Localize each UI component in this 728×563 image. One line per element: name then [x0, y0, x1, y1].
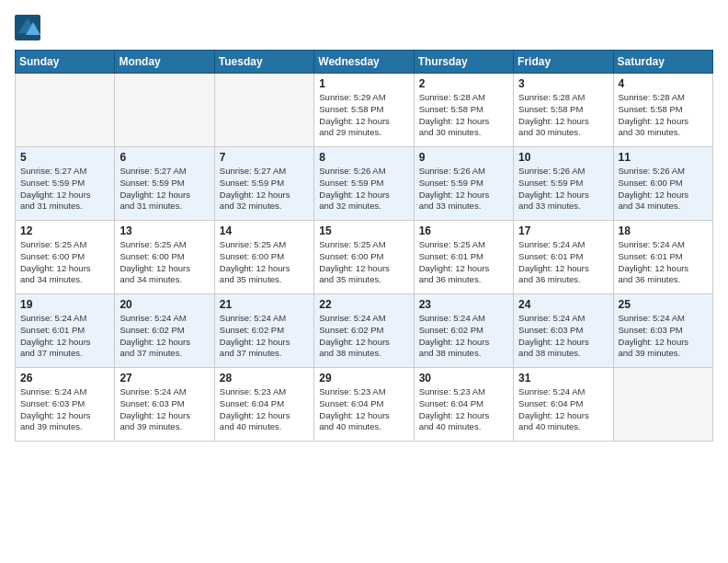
day-number: 30 [419, 372, 508, 385]
day-info: Sunrise: 5:26 AM Sunset: 5:59 PM Dayligh… [319, 166, 408, 213]
day-number: 8 [319, 151, 408, 164]
day-info: Sunrise: 5:24 AM Sunset: 6:02 PM Dayligh… [319, 313, 408, 360]
day-info: Sunrise: 5:26 AM Sunset: 5:59 PM Dayligh… [518, 166, 608, 213]
calendar-cell: 25Sunrise: 5:24 AM Sunset: 6:03 PM Dayli… [613, 294, 712, 368]
day-number: 12 [20, 224, 109, 237]
logo [15, 15, 44, 40]
day-number: 31 [518, 372, 608, 385]
day-info: Sunrise: 5:27 AM Sunset: 5:59 PM Dayligh… [220, 166, 309, 213]
day-info: Sunrise: 5:24 AM Sunset: 6:02 PM Dayligh… [419, 313, 508, 360]
day-number: 18 [619, 224, 708, 237]
day-info: Sunrise: 5:24 AM Sunset: 6:03 PM Dayligh… [119, 386, 209, 433]
day-info: Sunrise: 5:25 AM Sunset: 6:00 PM Dayligh… [220, 239, 309, 286]
day-info: Sunrise: 5:25 AM Sunset: 6:00 PM Dayligh… [319, 239, 408, 286]
day-number: 27 [119, 372, 209, 385]
day-info: Sunrise: 5:28 AM Sunset: 5:58 PM Dayligh… [518, 92, 608, 139]
day-info: Sunrise: 5:28 AM Sunset: 5:58 PM Dayligh… [419, 92, 508, 139]
calendar-cell: 15Sunrise: 5:25 AM Sunset: 6:00 PM Dayli… [314, 221, 414, 294]
calendar-cell: 30Sunrise: 5:23 AM Sunset: 6:04 PM Dayli… [414, 368, 513, 442]
week-row-4: 19Sunrise: 5:24 AM Sunset: 6:01 PM Dayli… [16, 294, 713, 368]
calendar-cell [613, 368, 712, 442]
weekday-header-thursday: Thursday [414, 51, 513, 74]
calendar-cell: 3Sunrise: 5:28 AM Sunset: 5:58 PM Daylig… [514, 74, 613, 147]
day-info: Sunrise: 5:27 AM Sunset: 5:59 PM Dayligh… [20, 166, 109, 213]
calendar-cell: 8Sunrise: 5:26 AM Sunset: 5:59 PM Daylig… [314, 147, 414, 221]
page-header [15, 15, 713, 40]
calendar-cell: 22Sunrise: 5:24 AM Sunset: 6:02 PM Dayli… [314, 294, 414, 368]
weekday-header-tuesday: Tuesday [214, 51, 313, 74]
day-info: Sunrise: 5:23 AM Sunset: 6:04 PM Dayligh… [220, 386, 309, 433]
day-number: 22 [319, 298, 408, 311]
day-number: 17 [518, 224, 608, 237]
calendar-cell [16, 74, 115, 147]
day-number: 25 [619, 298, 708, 311]
calendar-cell: 5Sunrise: 5:27 AM Sunset: 5:59 PM Daylig… [16, 147, 115, 221]
day-number: 29 [319, 372, 408, 385]
weekday-header-wednesday: Wednesday [314, 51, 414, 74]
weekday-header-monday: Monday [115, 51, 214, 74]
day-number: 28 [220, 372, 309, 385]
day-number: 21 [220, 298, 309, 311]
day-number: 13 [119, 224, 209, 237]
calendar-cell: 20Sunrise: 5:24 AM Sunset: 6:02 PM Dayli… [115, 294, 214, 368]
weekday-header-saturday: Saturday [613, 51, 712, 74]
day-number: 7 [220, 151, 309, 164]
calendar-cell: 1Sunrise: 5:29 AM Sunset: 5:58 PM Daylig… [314, 74, 414, 147]
calendar-cell: 4Sunrise: 5:28 AM Sunset: 5:58 PM Daylig… [613, 74, 712, 147]
week-row-2: 5Sunrise: 5:27 AM Sunset: 5:59 PM Daylig… [16, 147, 713, 221]
calendar-cell: 31Sunrise: 5:24 AM Sunset: 6:04 PM Dayli… [514, 368, 613, 442]
calendar-cell: 27Sunrise: 5:24 AM Sunset: 6:03 PM Dayli… [115, 368, 214, 442]
day-info: Sunrise: 5:24 AM Sunset: 6:01 PM Dayligh… [518, 239, 608, 286]
day-info: Sunrise: 5:24 AM Sunset: 6:03 PM Dayligh… [619, 313, 708, 360]
calendar-cell: 11Sunrise: 5:26 AM Sunset: 6:00 PM Dayli… [613, 147, 712, 221]
calendar-cell: 19Sunrise: 5:24 AM Sunset: 6:01 PM Dayli… [16, 294, 115, 368]
week-row-5: 26Sunrise: 5:24 AM Sunset: 6:03 PM Dayli… [16, 368, 713, 442]
calendar-cell: 29Sunrise: 5:23 AM Sunset: 6:04 PM Dayli… [314, 368, 414, 442]
day-info: Sunrise: 5:25 AM Sunset: 6:00 PM Dayligh… [20, 239, 109, 286]
calendar-cell: 28Sunrise: 5:23 AM Sunset: 6:04 PM Dayli… [214, 368, 313, 442]
day-info: Sunrise: 5:26 AM Sunset: 6:00 PM Dayligh… [619, 166, 708, 213]
day-info: Sunrise: 5:23 AM Sunset: 6:04 PM Dayligh… [319, 386, 408, 433]
calendar-cell: 26Sunrise: 5:24 AM Sunset: 6:03 PM Dayli… [16, 368, 115, 442]
calendar-cell [115, 74, 214, 147]
day-number: 11 [619, 151, 708, 164]
day-number: 5 [20, 151, 109, 164]
day-info: Sunrise: 5:24 AM Sunset: 6:04 PM Dayligh… [518, 386, 608, 433]
day-info: Sunrise: 5:28 AM Sunset: 5:58 PM Dayligh… [619, 92, 708, 139]
calendar-cell: 6Sunrise: 5:27 AM Sunset: 5:59 PM Daylig… [115, 147, 214, 221]
day-number: 19 [20, 298, 109, 311]
day-number: 6 [119, 151, 209, 164]
calendar-cell: 24Sunrise: 5:24 AM Sunset: 6:03 PM Dayli… [514, 294, 613, 368]
day-info: Sunrise: 5:24 AM Sunset: 6:03 PM Dayligh… [518, 313, 608, 360]
day-number: 9 [419, 151, 508, 164]
calendar-cell: 12Sunrise: 5:25 AM Sunset: 6:00 PM Dayli… [16, 221, 115, 294]
logo-icon [15, 15, 40, 40]
day-number: 16 [419, 224, 508, 237]
day-number: 4 [619, 77, 708, 90]
calendar-cell: 17Sunrise: 5:24 AM Sunset: 6:01 PM Dayli… [514, 221, 613, 294]
calendar-cell: 18Sunrise: 5:24 AM Sunset: 6:01 PM Dayli… [613, 221, 712, 294]
day-info: Sunrise: 5:24 AM Sunset: 6:02 PM Dayligh… [119, 313, 209, 360]
day-number: 24 [518, 298, 608, 311]
day-info: Sunrise: 5:29 AM Sunset: 5:58 PM Dayligh… [319, 92, 408, 139]
header-row: SundayMondayTuesdayWednesdayThursdayFrid… [16, 51, 713, 74]
day-number: 15 [319, 224, 408, 237]
day-info: Sunrise: 5:24 AM Sunset: 6:01 PM Dayligh… [20, 313, 109, 360]
day-info: Sunrise: 5:24 AM Sunset: 6:03 PM Dayligh… [20, 386, 109, 433]
weekday-header-sunday: Sunday [16, 51, 115, 74]
calendar-cell: 9Sunrise: 5:26 AM Sunset: 5:59 PM Daylig… [414, 147, 513, 221]
day-number: 14 [220, 224, 309, 237]
calendar-cell: 2Sunrise: 5:28 AM Sunset: 5:58 PM Daylig… [414, 74, 513, 147]
day-info: Sunrise: 5:27 AM Sunset: 5:59 PM Dayligh… [119, 166, 209, 213]
calendar-cell: 14Sunrise: 5:25 AM Sunset: 6:00 PM Dayli… [214, 221, 313, 294]
calendar-cell: 16Sunrise: 5:25 AM Sunset: 6:01 PM Dayli… [414, 221, 513, 294]
day-number: 3 [518, 77, 608, 90]
calendar-cell: 10Sunrise: 5:26 AM Sunset: 5:59 PM Dayli… [514, 147, 613, 221]
calendar-table: SundayMondayTuesdayWednesdayThursdayFrid… [15, 50, 713, 442]
day-info: Sunrise: 5:25 AM Sunset: 6:01 PM Dayligh… [419, 239, 508, 286]
week-row-1: 1Sunrise: 5:29 AM Sunset: 5:58 PM Daylig… [16, 74, 713, 147]
week-row-3: 12Sunrise: 5:25 AM Sunset: 6:00 PM Dayli… [16, 221, 713, 294]
day-info: Sunrise: 5:26 AM Sunset: 5:59 PM Dayligh… [419, 166, 508, 213]
day-info: Sunrise: 5:24 AM Sunset: 6:02 PM Dayligh… [220, 313, 309, 360]
calendar-cell: 21Sunrise: 5:24 AM Sunset: 6:02 PM Dayli… [214, 294, 313, 368]
